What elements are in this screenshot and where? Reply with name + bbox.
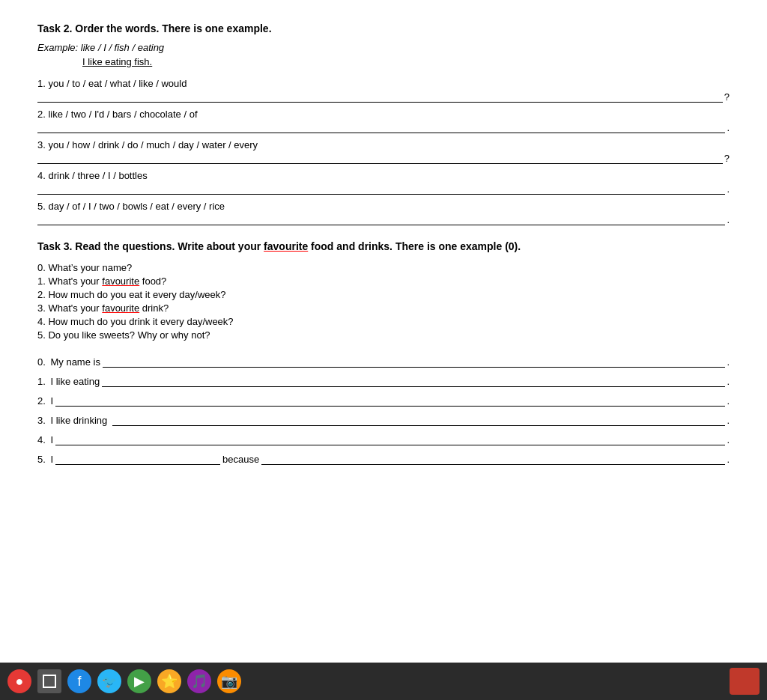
task2-q1-text: 1. you / to / eat / what / like / would xyxy=(37,78,730,89)
task3-q1-favourite: favourite xyxy=(102,276,139,287)
task3-ans1-num: 1. xyxy=(37,376,46,387)
taskbar-right xyxy=(730,668,760,695)
task3-ans2-prefix: I xyxy=(48,395,53,407)
taskbar-icon-lightblue[interactable]: 🐦 xyxy=(97,669,121,693)
task3-ans0: 0. My name is . xyxy=(37,356,730,368)
task2-q3-text: 3. you / how / drink / do / much / day /… xyxy=(37,139,730,150)
taskbar-icon-yellow[interactable]: ⭐ xyxy=(157,669,181,693)
task2-q4-text: 4. drink / three / I / bottles xyxy=(37,170,730,181)
task2-q2-end: . xyxy=(727,122,730,133)
task2-q4-line[interactable] xyxy=(37,183,725,195)
example-words: like / I / fish / eating xyxy=(81,42,164,53)
task2-q4: 4. drink / three / I / bottles . xyxy=(37,170,730,195)
task3-q3-favourite: favourite xyxy=(102,302,139,314)
example-answer: I like eating fish. xyxy=(82,56,730,67)
task2-q5-answer-row: . xyxy=(37,213,730,225)
task3-title-end: food and drinks. There is one example (0… xyxy=(308,240,521,252)
task2-q3: 3. you / how / drink / do / much / day /… xyxy=(37,139,730,164)
task2-q1: 1. you / to / eat / what / like / would … xyxy=(37,78,730,103)
task3-ans0-period: . xyxy=(727,356,730,368)
task3-ans2: 2. I . xyxy=(37,395,730,407)
task3-q5: 5. Do you like sweets? Why or why not? xyxy=(37,329,730,341)
page-container: Task 2. Order the words. There is one ex… xyxy=(0,0,767,700)
taskbar-right-icon[interactable] xyxy=(730,668,760,695)
task3-ans5: 5. I because . xyxy=(37,453,730,465)
task3-title-favourite: favourite xyxy=(264,240,308,252)
task3-ans1-prefix: I like eating xyxy=(48,376,100,387)
task3-ans4-line[interactable] xyxy=(55,433,725,445)
task2-q1-answer-row: ? xyxy=(37,91,730,103)
task2-q2: 2. like / two / I'd / bars / chocolate /… xyxy=(37,109,730,133)
task2-q4-answer-row: . xyxy=(37,183,730,195)
taskbar-icon-green[interactable]: ▶ xyxy=(127,669,151,693)
task3-q4: 4. How much do you drink it every day/we… xyxy=(37,316,730,327)
task3-q0: 0. What’s your name? xyxy=(37,262,730,273)
taskbar-icon-blue[interactable]: f xyxy=(67,669,91,693)
task2-q5-line[interactable] xyxy=(37,213,725,225)
task2-q2-answer-row: . xyxy=(37,121,730,133)
task3-ans3-line[interactable] xyxy=(112,414,725,426)
task2-q1-end: ? xyxy=(724,91,730,103)
task2-q5-end: . xyxy=(727,214,730,225)
task2-q2-line[interactable] xyxy=(37,121,725,133)
task2-title: Task 2. Order the words. There is one ex… xyxy=(37,22,730,34)
task3-ans5-num: 5. xyxy=(37,454,46,465)
example-label: Example: xyxy=(37,42,78,53)
task3-ans0-prefix: My name is xyxy=(48,356,100,368)
task2-q1-line[interactable] xyxy=(37,91,723,103)
task3-ans1-line[interactable] xyxy=(102,375,725,387)
task3-ans4-prefix: I xyxy=(48,434,53,445)
task2-q4-end: . xyxy=(727,183,730,195)
taskbar-icon-purple[interactable]: 🎵 xyxy=(187,669,211,693)
task2-q3-end: ? xyxy=(724,153,730,164)
task2-q3-answer-row: ? xyxy=(37,152,730,164)
task3-answers-section: 0. My name is . 1. I like eating . 2. I xyxy=(37,356,730,465)
task3-ans5-period: . xyxy=(727,454,730,465)
task3-q3: 3. What's your favourite drink? xyxy=(37,302,730,314)
task3-section: Task 3. Read the questions. Write about … xyxy=(37,239,730,465)
taskbar-icon-red[interactable]: ● xyxy=(7,669,31,693)
taskbar-icon-orange[interactable]: 📷 xyxy=(217,669,241,693)
task2-section: Task 2. Order the words. There is one ex… xyxy=(37,22,730,225)
task3-q1: 1. What's your favourite food? xyxy=(37,276,730,287)
taskbar: ● f 🐦 ▶ ⭐ 🎵 📷 xyxy=(0,663,767,700)
task3-ans3-period: . xyxy=(727,415,730,426)
task3-ans3: 3. I like drinking . xyxy=(37,414,730,426)
task2-q3-line[interactable] xyxy=(37,152,723,164)
svg-rect-0 xyxy=(43,675,55,687)
example-line: Example: like / I / fish / eating xyxy=(37,42,730,53)
task3-ans4: 4. I . xyxy=(37,433,730,445)
task3-ans1-period: . xyxy=(727,376,730,387)
task3-ans4-num: 4. xyxy=(37,434,46,445)
task3-title-start: Task 3. Read the questions. Write about … xyxy=(37,240,264,252)
task3-ans1: 1. I like eating . xyxy=(37,375,730,387)
task3-title: Task 3. Read the questions. Write about … xyxy=(37,239,730,255)
task3-ans0-line[interactable] xyxy=(103,356,725,368)
task3-ans2-line[interactable] xyxy=(55,395,725,407)
task2-q5: 5. day / of / I / two / bowls / eat / ev… xyxy=(37,201,730,225)
task3-ans5-line2[interactable] xyxy=(261,453,725,465)
task3-ans5-prefix: I xyxy=(48,454,53,465)
content-area: Task 2. Order the words. There is one ex… xyxy=(0,0,767,663)
task3-ans5-because: because xyxy=(222,454,259,465)
taskbar-icon-square[interactable] xyxy=(37,669,61,693)
task3-ans3-prefix: I like drinking xyxy=(48,415,110,426)
task2-q5-text: 5. day / of / I / two / bowls / eat / ev… xyxy=(37,201,730,212)
task3-ans4-period: . xyxy=(727,434,730,445)
task3-ans2-period: . xyxy=(727,395,730,407)
task2-q2-text: 2. like / two / I'd / bars / chocolate /… xyxy=(37,109,730,120)
task3-ans0-num: 0. xyxy=(37,356,46,368)
task3-ans2-num: 2. xyxy=(37,395,46,407)
task3-ans3-num: 3. xyxy=(37,415,46,426)
task3-q2: 2. How much do you eat it every day/week… xyxy=(37,289,730,300)
task3-ans5-line1[interactable] xyxy=(55,453,220,465)
task3-questions-list: 0. What’s your name? 1. What's your favo… xyxy=(37,262,730,341)
